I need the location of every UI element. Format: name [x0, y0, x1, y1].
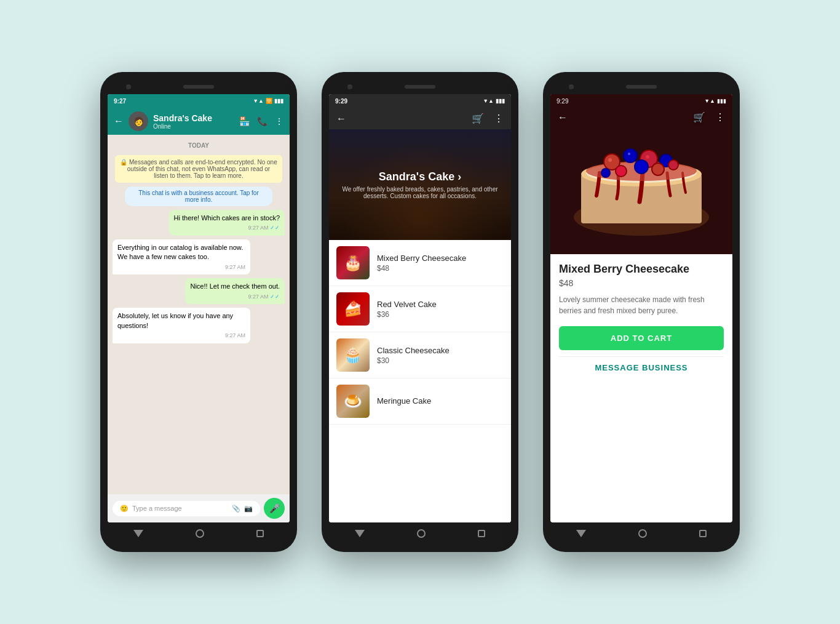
attach-icon[interactable]: 📎 [232, 505, 240, 513]
more-icon-3[interactable]: ⋮ [715, 111, 725, 123]
status-bar-2: 9:29 ▼▲ ▮▮▮ [329, 94, 511, 108]
phone-1-speaker [183, 85, 214, 89]
status-bar-3: 9:29 ▼▲ ▮▮▮ [550, 94, 732, 108]
catalog-item-4[interactable]: 🍮 Meringue Cake [329, 378, 511, 425]
mic-button[interactable]: 🎤 [264, 498, 285, 519]
message-1-time: 9:27 AM ✓✓ [174, 224, 280, 232]
message-4-time: 9:27 AM [117, 332, 245, 340]
catalog-hero-content: Sandra's Cake › We offer freshly baked b… [335, 170, 505, 199]
contact-avatar: 🧑 [129, 111, 148, 131]
message-3-time: 9:27 AM ✓✓ [190, 293, 280, 301]
product-info-3: Classic Cheesecake $30 [377, 346, 504, 365]
detail-header-bar: ← 🛒 ⋮ [550, 108, 732, 127]
phone-3-top-bar [550, 79, 732, 94]
phone-1-bottom-bar [108, 522, 290, 545]
recent-nav-icon-3[interactable] [699, 530, 707, 537]
svg-point-25 [628, 153, 630, 155]
signal-icon-3: ▼▲ [704, 98, 715, 104]
recent-nav-icon-2[interactable] [478, 530, 485, 537]
product-thumb-3: 🧁 [336, 338, 370, 372]
svg-point-15 [616, 166, 626, 176]
product-name-3: Classic Cheesecake [377, 346, 504, 355]
catalog-item-1[interactable]: 🎂 Mixed Berry Cheesecake $48 [329, 240, 511, 286]
product-info-2: Red Velvet Cake $36 [377, 300, 504, 319]
system-message[interactable]: 🔒 Messages and calls are end-to-end encr… [115, 155, 282, 183]
emoji-icon[interactable]: 🙂 [120, 505, 129, 513]
message-2-text: Everything in our catalog is available n… [117, 244, 243, 260]
more-icon[interactable]: ⋮ [275, 116, 283, 126]
product-info-4: Meringue Cake [377, 396, 504, 407]
more-icon-2[interactable]: ⋮ [494, 113, 504, 124]
phone-2: 9:29 ▼▲ ▮▮▮ ← 🛒 ⋮ Sandra's Cake › We off… [322, 72, 518, 552]
status-time-3: 9:29 [557, 98, 568, 105]
business-note[interactable]: This chat is with a business account. Ta… [125, 186, 272, 206]
phone-1-top-bar [108, 79, 290, 94]
svg-point-24 [608, 158, 612, 162]
message-2: Everything in our catalog is available n… [113, 239, 250, 274]
catalog-header-icons: 🛒 ⋮ [472, 113, 504, 124]
phone-3-camera [569, 84, 574, 89]
back-button-1[interactable]: ← [114, 116, 124, 127]
battery-icon-1: ▮▮▮ [274, 98, 283, 104]
detail-header-icons: 🛒 ⋮ [693, 111, 725, 123]
home-nav-icon-1[interactable] [196, 529, 204, 538]
message-1: Hi there! Which cakes are in stock? 9:27… [169, 210, 285, 236]
product-name-4: Meringue Cake [377, 396, 504, 406]
status-icons-2: ▼▲ ▮▮▮ [483, 98, 505, 104]
message-2-time: 9:27 AM [117, 263, 245, 271]
cart-icon-2[interactable]: 🛒 [472, 113, 484, 124]
catalog-body: 🎂 Mixed Berry Cheesecake $48 🍰 Red Velve… [329, 240, 511, 522]
call-icon[interactable]: 📞 [257, 116, 267, 126]
product-thumb-2: 🍰 [336, 292, 370, 326]
status-time-1: 9:27 [114, 98, 126, 105]
catalog-item-2[interactable]: 🍰 Red Velvet Cake $36 [329, 286, 511, 332]
product-name-1: Mixed Berry Cheesecake [377, 254, 504, 263]
phone-2-top-bar [329, 79, 511, 94]
camera-icon[interactable]: 📷 [244, 505, 253, 513]
product-detail-hero: 9:29 ▼▲ ▮▮▮ ← 🛒 ⋮ [550, 94, 732, 254]
store-name[interactable]: Sandra's Cake › [335, 170, 505, 183]
chat-header: ← 🧑 Sandra's Cake Online 🏪 📞 ⋮ [108, 108, 290, 135]
phone-2-speaker [405, 85, 435, 89]
cart-icon-3[interactable]: 🛒 [693, 111, 705, 123]
status-icons-1: ▼▲ 🛜 ▮▮▮ [253, 98, 283, 104]
signal-icon-2: ▼▲ [483, 98, 494, 104]
back-nav-icon-1[interactable] [133, 530, 143, 537]
back-button-3[interactable]: ← [558, 112, 568, 123]
back-nav-icon-2[interactable] [355, 530, 365, 537]
signal-icon-1: ▼▲ [253, 98, 264, 104]
status-icons-3: ▼▲ ▮▮▮ [704, 98, 726, 104]
product-thumb-1: 🎂 [336, 246, 370, 279]
message-1-text: Hi there! Which cakes are in stock? [174, 214, 280, 222]
chat-body: TODAY 🔒 Messages and calls are end-to-en… [108, 135, 290, 494]
phone-3-speaker [626, 85, 657, 89]
store-description: We offer freshly baked breads, cakes, pa… [335, 186, 505, 199]
catalog-item-3[interactable]: 🧁 Classic Cheesecake $30 [329, 332, 511, 378]
svg-point-17 [635, 161, 648, 173]
back-button-2[interactable]: ← [336, 113, 346, 124]
home-nav-icon-3[interactable] [638, 529, 647, 538]
add-to-cart-button[interactable]: ADD TO CART [559, 326, 724, 350]
phone-1: 9:27 ▼▲ 🛜 ▮▮▮ ← 🧑 Sandra's Cake Online 🏪… [100, 72, 297, 552]
chat-input-bar: 🙂 Type a message 📎 📷 🎤 [108, 494, 290, 522]
product-price-2: $36 [377, 310, 504, 319]
svg-point-21 [669, 161, 678, 169]
message-3: Nice!! Let me check them out. 9:27 AM ✓✓ [185, 278, 285, 304]
home-nav-icon-2[interactable] [417, 529, 426, 538]
product-price-3: $30 [377, 356, 504, 365]
back-nav-icon-3[interactable] [576, 530, 586, 537]
chat-input-wrapper[interactable]: 🙂 Type a message 📎 📷 [113, 501, 260, 516]
input-placeholder: Type a message [132, 505, 228, 512]
header-icons: 🏪 📞 ⋮ [239, 116, 283, 126]
product-thumb-4: 🍮 [336, 385, 370, 418]
battery-icon-2: ▮▮▮ [496, 98, 505, 104]
detail-product-price: $48 [559, 278, 724, 288]
message-4-text: Absolutely, let us know if you have any … [117, 312, 233, 329]
recent-nav-icon-1[interactable] [256, 530, 264, 537]
contact-status: Online [153, 123, 234, 130]
phone-1-camera [126, 84, 131, 89]
store-icon[interactable]: 🏪 [239, 116, 250, 126]
message-business-button[interactable]: MESSAGE BUSINESS [559, 357, 724, 378]
tick-icon-1: ✓✓ [270, 225, 280, 231]
message-4: Absolutely, let us know if you have any … [113, 308, 250, 343]
